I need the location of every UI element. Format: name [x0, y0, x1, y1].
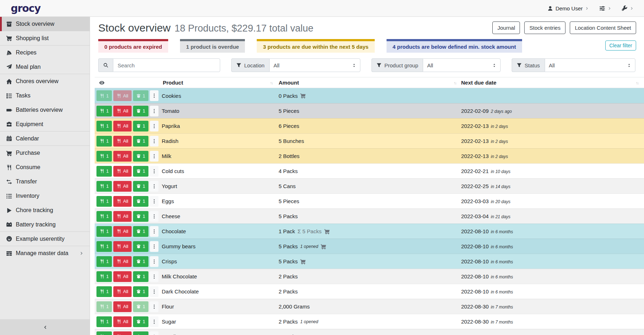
consume-all-button[interactable]: All: [113, 301, 131, 312]
sidebar-collapse-button[interactable]: [0, 319, 90, 335]
filter-status-select[interactable]: All: [545, 58, 635, 72]
sidebar-item-purchase[interactable]: Purchase: [0, 146, 90, 160]
filter-location-select[interactable]: All: [269, 58, 360, 72]
sidebar-item-recipes[interactable]: Recipes: [0, 46, 90, 60]
column-header-product[interactable]: Product↑↓: [160, 77, 276, 88]
consume-one-button[interactable]: 1: [96, 331, 112, 335]
open-one-button[interactable]: 1: [133, 181, 148, 192]
consume-all-button[interactable]: All: [113, 331, 131, 335]
consume-one-button[interactable]: 1: [96, 196, 112, 207]
open-one-button[interactable]: 1: [133, 211, 148, 222]
consume-all-button[interactable]: All: [113, 316, 131, 327]
consume-one-button[interactable]: 1: [96, 121, 112, 131]
consume-all-button[interactable]: All: [113, 196, 131, 207]
open-one-button[interactable]: 1: [133, 271, 148, 282]
consume-one-button[interactable]: 1: [96, 256, 112, 267]
row-menu-button[interactable]: [150, 166, 158, 177]
status-banner-1-product-is-overdue[interactable]: 1 product is overdue: [180, 39, 245, 53]
consume-one-button[interactable]: 1: [96, 226, 112, 237]
sidebar-item-stock-overview[interactable]: Stock overview: [0, 17, 90, 31]
sidebar-item-equipment[interactable]: Equipment: [0, 117, 90, 131]
eye-icon[interactable]: [99, 80, 105, 86]
consume-one-button[interactable]: 1: [96, 151, 112, 162]
journal-button[interactable]: Journal: [492, 21, 520, 34]
row-menu-button[interactable]: [150, 226, 158, 237]
open-one-button[interactable]: 1: [133, 241, 148, 252]
consume-all-button[interactable]: All: [113, 151, 131, 162]
stock-entries-button[interactable]: Stock entries: [524, 21, 565, 34]
open-one-button[interactable]: 1: [133, 331, 148, 335]
row-menu-button[interactable]: [150, 121, 158, 131]
sidebar-item-transfer[interactable]: Transfer: [0, 174, 90, 189]
consume-all-button[interactable]: All: [113, 241, 131, 252]
consume-one-button[interactable]: 1: [96, 106, 112, 116]
sidebar-item-manage-master-data[interactable]: Manage master data: [0, 246, 90, 260]
sidebar-item-consume[interactable]: Consume: [0, 160, 90, 174]
consume-one-button[interactable]: 1: [96, 271, 112, 282]
row-menu-button[interactable]: [150, 331, 158, 335]
open-one-button[interactable]: 1: [133, 106, 148, 116]
row-menu-button[interactable]: [150, 90, 158, 101]
admin-menu[interactable]: [622, 5, 634, 11]
open-one-button[interactable]: 1: [133, 226, 148, 237]
row-menu-button[interactable]: [150, 196, 158, 207]
status-banner-0-products-are-expired[interactable]: 0 products are expired: [98, 39, 168, 53]
row-menu-button[interactable]: [150, 301, 158, 312]
row-menu-button[interactable]: [150, 151, 158, 162]
consume-all-button[interactable]: All: [113, 271, 131, 282]
sidebar-item-example-userentity[interactable]: Example userentity: [0, 232, 90, 246]
sidebar-item-meal-plan[interactable]: Meal plan: [0, 60, 90, 74]
row-menu-button[interactable]: [150, 241, 158, 252]
consume-one-button[interactable]: 1: [96, 166, 112, 177]
row-menu-button[interactable]: [150, 136, 158, 147]
sidebar-item-batteries-overview[interactable]: Batteries overview: [0, 103, 90, 117]
row-menu-button[interactable]: [150, 211, 158, 222]
open-one-button[interactable]: 1: [133, 136, 148, 147]
open-one-button[interactable]: 1: [133, 316, 148, 327]
open-one-button[interactable]: 1: [133, 151, 148, 162]
clear-filter-button[interactable]: Clear filter: [605, 40, 636, 51]
row-menu-button[interactable]: [150, 271, 158, 282]
settings-menu[interactable]: [599, 5, 612, 11]
consume-all-button[interactable]: All: [113, 181, 131, 192]
consume-all-button[interactable]: All: [113, 121, 131, 131]
consume-all-button[interactable]: All: [113, 166, 131, 177]
sidebar-item-chore-tracking[interactable]: Chore tracking: [0, 203, 90, 217]
sidebar-item-calendar[interactable]: Calendar: [0, 131, 90, 146]
search-input[interactable]: [113, 58, 220, 72]
consume-one-button[interactable]: 1: [96, 211, 112, 222]
consume-one-button[interactable]: 1: [96, 181, 112, 192]
consume-one-button[interactable]: 1: [96, 286, 112, 297]
open-one-button[interactable]: 1: [133, 166, 148, 177]
sidebar-item-tasks[interactable]: Tasks: [0, 88, 90, 103]
open-one-button[interactable]: 1: [133, 286, 148, 297]
column-header-amount[interactable]: Amount↑↓: [276, 77, 459, 88]
filter-product-group-select[interactable]: All: [423, 58, 501, 72]
consume-all-button[interactable]: All: [113, 211, 131, 222]
sidebar-item-battery-tracking[interactable]: Battery tracking: [0, 217, 90, 232]
row-menu-button[interactable]: [150, 316, 158, 327]
consume-one-button[interactable]: 1: [96, 136, 112, 147]
consume-one-button[interactable]: 1: [96, 316, 112, 327]
status-banner-3-products-are-due-within-the-next-5-days[interactable]: 3 products are due within the next 5 day…: [257, 39, 374, 53]
open-one-button[interactable]: 1: [133, 196, 148, 207]
sidebar-item-chores-overview[interactable]: Chores overview: [0, 74, 90, 88]
open-one-button[interactable]: 1: [133, 256, 148, 267]
consume-one-button[interactable]: 1: [96, 241, 112, 252]
consume-all-button[interactable]: All: [113, 226, 131, 237]
consume-all-button[interactable]: All: [113, 106, 131, 116]
row-menu-button[interactable]: [150, 106, 158, 116]
consume-all-button[interactable]: All: [113, 286, 131, 297]
sidebar-item-inventory[interactable]: Inventory: [0, 189, 90, 203]
row-menu-button[interactable]: [150, 286, 158, 297]
column-visibility-header[interactable]: [95, 77, 160, 88]
row-menu-button[interactable]: [150, 256, 158, 267]
sidebar-item-shopping-list[interactable]: Shopping list: [0, 31, 90, 46]
open-one-button[interactable]: 1: [133, 121, 148, 131]
row-menu-button[interactable]: [150, 181, 158, 192]
column-header-next-due-date[interactable]: Next due date↑↓: [459, 77, 644, 88]
consume-all-button[interactable]: All: [113, 256, 131, 267]
status-banner-4-products-are-below-defined-min-stock-amount[interactable]: 4 products are below defined min. stock …: [387, 39, 522, 53]
app-logo[interactable]: grocy: [11, 3, 41, 14]
consume-all-button[interactable]: All: [113, 136, 131, 147]
